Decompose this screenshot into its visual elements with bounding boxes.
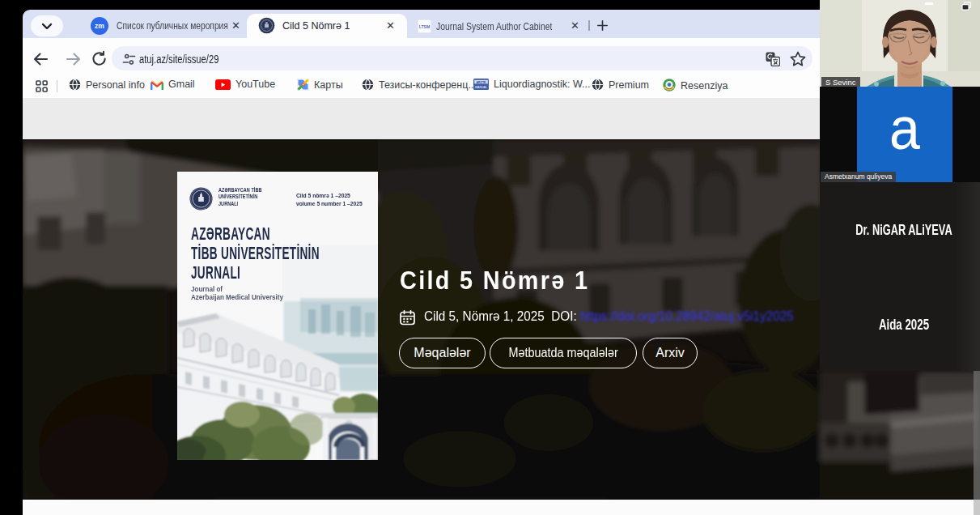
svg-text:ARZTE: ARZTE [477,81,487,84]
svg-text:MANUAL: MANUAL [475,86,487,89]
svg-text:LTSM: LTSM [419,24,431,29]
